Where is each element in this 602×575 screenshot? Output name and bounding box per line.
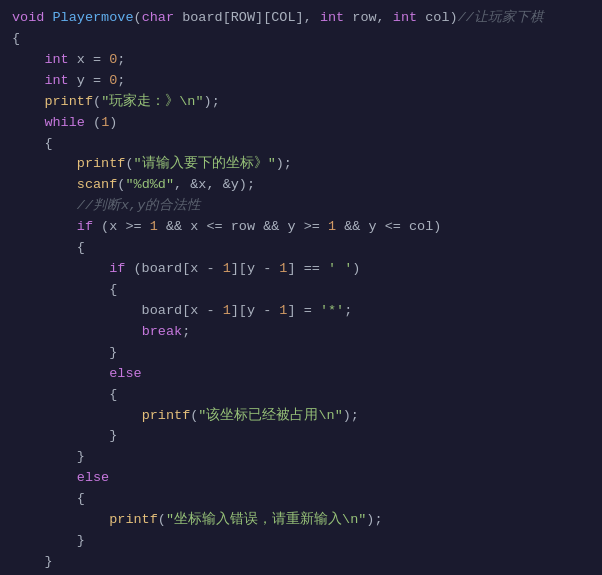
- code-token: );: [366, 510, 382, 531]
- code-token: 1: [150, 217, 158, 238]
- code-token: "玩家走：》\n": [101, 92, 203, 113]
- code-token: {: [12, 385, 117, 406]
- code-line: printf("玩家走：》\n");: [0, 92, 602, 113]
- code-token: 1: [101, 113, 109, 134]
- code-line: }: [0, 447, 602, 468]
- code-token: }: [12, 552, 53, 573]
- code-line: while (1): [0, 113, 602, 134]
- code-token: 0: [109, 50, 117, 71]
- code-token: //判断x,y的合法性: [77, 196, 202, 217]
- code-token: ][y -: [231, 301, 280, 322]
- code-token: [12, 71, 44, 92]
- code-token: int: [44, 50, 68, 71]
- code-token: while: [44, 113, 85, 134]
- code-token: {: [12, 29, 20, 50]
- code-line: if (x >= 1 && x <= row && y >= 1 && y <=…: [0, 217, 602, 238]
- code-token: (x >=: [93, 217, 150, 238]
- code-token: ][y -: [231, 259, 280, 280]
- code-line: }: [0, 343, 602, 364]
- code-token: 0: [109, 71, 117, 92]
- code-token: [12, 196, 77, 217]
- code-token: break: [142, 322, 183, 343]
- code-line: if (board[x - 1][y - 1] == ' '): [0, 259, 602, 280]
- code-token: (: [125, 154, 133, 175]
- code-token: printf: [109, 510, 158, 531]
- code-token: void: [12, 8, 44, 29]
- code-token: }: [12, 343, 117, 364]
- code-line: printf("坐标输入错误，请重新输入\n");: [0, 510, 602, 531]
- code-token: 1: [223, 259, 231, 280]
- code-token: Playermove: [53, 8, 134, 29]
- code-line: printf("请输入要下的坐标》");: [0, 154, 602, 175]
- code-token: [12, 113, 44, 134]
- code-line: {: [0, 238, 602, 259]
- code-token: //让玩家下棋: [458, 8, 544, 29]
- code-token: int: [320, 8, 344, 29]
- code-token: (: [85, 113, 101, 134]
- code-token: [44, 8, 52, 29]
- code-line: scanf("%d%d", &x, &y);: [0, 175, 602, 196]
- code-token: 1: [328, 217, 336, 238]
- code-token: ): [352, 259, 360, 280]
- code-token: {: [12, 489, 85, 510]
- code-token: int: [393, 8, 417, 29]
- code-token: ' ': [328, 259, 352, 280]
- code-token: [12, 406, 142, 427]
- code-token: (: [134, 8, 142, 29]
- code-line: else: [0, 364, 602, 385]
- code-token: board[x -: [12, 301, 223, 322]
- code-line: board[x - 1][y - 1] = '*';: [0, 301, 602, 322]
- code-token: {: [12, 134, 53, 155]
- code-token: 1: [279, 301, 287, 322]
- code-token: }: [12, 447, 85, 468]
- code-token: [12, 322, 142, 343]
- code-token: && x <= row && y >=: [158, 217, 328, 238]
- code-line: printf("该坐标已经被占用\n");: [0, 406, 602, 427]
- code-token: x =: [69, 50, 110, 71]
- code-token: ;: [117, 71, 125, 92]
- code-line: else: [0, 468, 602, 489]
- code-line: int y = 0;: [0, 71, 602, 92]
- code-token: [12, 154, 77, 175]
- code-token: int: [44, 71, 68, 92]
- code-token: printf: [142, 406, 191, 427]
- code-token: [12, 510, 109, 531]
- code-token: ] ==: [287, 259, 328, 280]
- code-token: ): [109, 113, 117, 134]
- code-token: ] =: [287, 301, 319, 322]
- code-token: else: [77, 468, 109, 489]
- code-token: (board[x -: [125, 259, 222, 280]
- code-token: "%d%d": [125, 175, 174, 196]
- code-token: (: [93, 92, 101, 113]
- code-token: );: [343, 406, 359, 427]
- code-token: ;: [117, 50, 125, 71]
- code-line: {: [0, 134, 602, 155]
- code-line: }: [0, 531, 602, 552]
- code-token: (: [190, 406, 198, 427]
- code-token: char: [142, 8, 174, 29]
- code-token: scanf: [77, 175, 118, 196]
- code-token: "坐标输入错误，请重新输入\n": [166, 510, 366, 531]
- code-token: [12, 92, 44, 113]
- code-line: }: [0, 552, 602, 573]
- code-token: [12, 217, 77, 238]
- code-token: (: [117, 175, 125, 196]
- code-token: ;: [344, 301, 352, 322]
- code-line: {: [0, 489, 602, 510]
- code-token: && y <= col): [336, 217, 441, 238]
- code-token: [12, 175, 77, 196]
- code-token: row,: [344, 8, 393, 29]
- code-line: {: [0, 29, 602, 50]
- code-token: 1: [279, 259, 287, 280]
- code-line: {: [0, 280, 602, 301]
- code-token: }: [12, 426, 117, 447]
- code-token: {: [12, 280, 117, 301]
- code-line: int x = 0;: [0, 50, 602, 71]
- code-token: [12, 50, 44, 71]
- code-token: [12, 259, 109, 280]
- code-token: if: [109, 259, 125, 280]
- code-token: {: [12, 238, 85, 259]
- code-line: //判断x,y的合法性: [0, 196, 602, 217]
- code-token: else: [109, 364, 141, 385]
- code-token: (: [158, 510, 166, 531]
